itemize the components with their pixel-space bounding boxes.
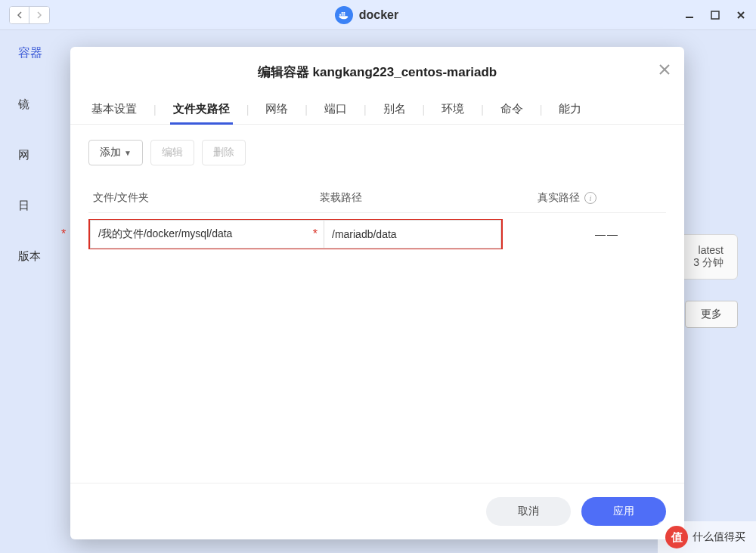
file-path-cell[interactable]: /我的文件/docker/mysql/data * [90, 220, 324, 249]
tab-basic[interactable]: 基本设置 [88, 94, 140, 124]
close-window-button[interactable] [735, 9, 747, 21]
modal-footer: 取消 应用 [70, 483, 684, 539]
title-center: docker [50, 6, 683, 24]
col-real-label: 真实路径 [538, 191, 580, 205]
tab-divider: | [153, 103, 156, 116]
modal-header: 编辑容器 kangkang223_centos-mariadb [70, 47, 684, 94]
tab-divider: | [305, 103, 308, 116]
app-title: docker [359, 8, 398, 22]
tab-alias[interactable]: 别名 [380, 94, 409, 124]
tab-divider: | [246, 103, 249, 116]
nav-forward-button[interactable] [29, 7, 49, 23]
tab-divider: | [481, 103, 484, 116]
highlighted-row: /我的文件/docker/mysql/data * /mariadb/data [88, 219, 503, 249]
table-row[interactable]: * /我的文件/docker/mysql/data * /mariadb/dat… [88, 213, 666, 255]
tab-environment[interactable]: 环境 [438, 94, 467, 124]
toolbar: 添加 ▼ 编辑 删除 [88, 140, 666, 165]
maximize-button[interactable] [709, 9, 721, 21]
svg-rect-1 [341, 14, 342, 15]
svg-rect-0 [339, 14, 341, 15]
delete-button[interactable]: 删除 [202, 140, 246, 165]
tab-divider: | [364, 103, 367, 116]
watermark-text: 什么值得买 [692, 530, 745, 544]
watermark-icon: 值 [665, 526, 688, 548]
tab-network[interactable]: 网络 [262, 94, 291, 124]
svg-rect-4 [343, 12, 345, 14]
close-icon[interactable] [658, 63, 671, 79]
nav-buttons [9, 6, 50, 24]
table-header: 文件/文件夹 装载路径 真实路径 i [88, 184, 666, 213]
tab-divider: | [423, 103, 426, 116]
required-marker: * [313, 227, 318, 241]
tab-divider: | [540, 103, 543, 116]
modal-body: 添加 ▼ 编辑 删除 文件/文件夹 装载路径 真实路径 i * /我的文件/do… [70, 125, 684, 483]
svg-rect-2 [343, 14, 345, 15]
mount-path-value: /mariadb/data [332, 228, 397, 240]
edit-button[interactable]: 编辑 [150, 140, 194, 165]
titlebar: docker [0, 0, 756, 30]
add-label: 添加 [100, 146, 121, 159]
svg-rect-6 [711, 11, 719, 19]
minimize-button[interactable] [683, 9, 696, 21]
tab-folder-path[interactable]: 文件夹路径 [170, 94, 233, 124]
edit-container-modal: 编辑容器 kangkang223_centos-mariadb 基本设置 | 文… [70, 47, 684, 539]
tab-port[interactable]: 端口 [321, 94, 350, 124]
file-path-value: /我的文件/docker/mysql/data [98, 227, 232, 241]
mount-path-cell[interactable]: /mariadb/data [324, 220, 501, 249]
col-real: 真实路径 i [516, 191, 662, 205]
svg-rect-3 [341, 12, 342, 14]
apply-button[interactable]: 应用 [581, 497, 666, 526]
watermark: 值 什么值得买 [658, 521, 756, 553]
modal-title: 编辑容器 kangkang223_centos-mariadb [88, 63, 666, 81]
nav-back-button[interactable] [10, 7, 29, 23]
tabs: 基本设置 | 文件夹路径 | 网络 | 端口 | 别名 | 环境 | 命令 | … [70, 94, 684, 125]
add-button[interactable]: 添加 ▼ [88, 140, 143, 165]
window-controls [683, 9, 747, 21]
cancel-button[interactable]: 取消 [486, 497, 571, 526]
tab-command[interactable]: 命令 [497, 94, 526, 124]
info-icon[interactable]: i [584, 192, 596, 204]
col-file: 文件/文件夹 [93, 191, 320, 205]
docker-icon [335, 6, 353, 24]
chevron-down-icon: ▼ [124, 149, 132, 157]
col-mount: 装载路径 [320, 191, 516, 205]
tab-capability[interactable]: 能力 [556, 94, 584, 124]
